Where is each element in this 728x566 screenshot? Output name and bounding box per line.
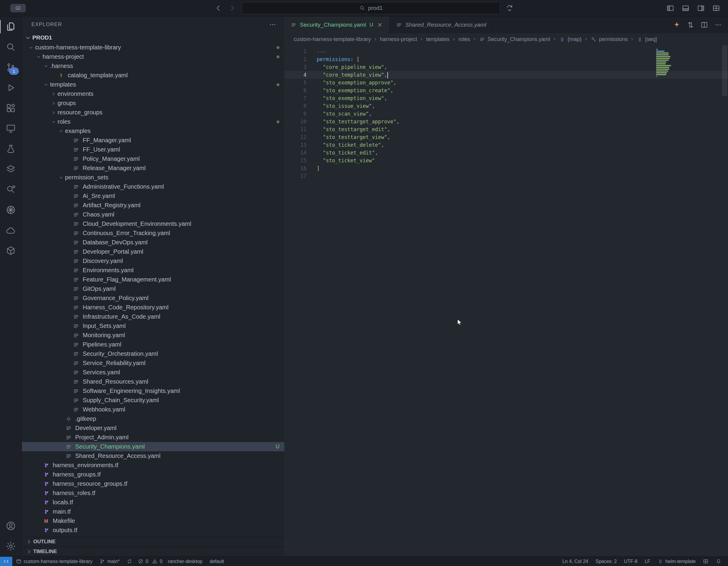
tree-folder-roles[interactable]: roles bbox=[22, 117, 284, 126]
tree-file-infrastructure-as-code-yaml[interactable]: Infrastructure_As_Code.yaml bbox=[22, 312, 284, 321]
tree-file-chaos-yaml[interactable]: Chaos.yaml bbox=[22, 210, 284, 219]
status-cursor-position[interactable]: Ln 4, Col 24 bbox=[559, 557, 592, 566]
tree-file-input-sets-yaml[interactable]: Input_Sets.yaml bbox=[22, 321, 284, 330]
activity-account[interactable] bbox=[0, 516, 22, 536]
tree-file-ff-manager-yaml[interactable]: FF_Manager.yaml bbox=[22, 136, 284, 145]
nav-back-icon[interactable] bbox=[214, 4, 223, 12]
breadcrumb-permissions[interactable]: permissions bbox=[590, 36, 629, 43]
activity-settings-gear[interactable] bbox=[0, 536, 22, 556]
panel-left-icon[interactable] bbox=[666, 4, 674, 12]
tree-file-security-orchestration-yaml[interactable]: Security_Orchestration.yaml bbox=[22, 349, 284, 358]
tree-file-webhooks-yaml[interactable]: Webhooks.yaml bbox=[22, 405, 284, 414]
code-line-10[interactable]: 10 "sto_testtarget_approve", bbox=[284, 118, 728, 126]
code-line-14[interactable]: 14 "sto_ticket_edit", bbox=[284, 149, 728, 157]
tree-file-discovery-yaml[interactable]: Discovery.yaml bbox=[22, 256, 284, 266]
activity-source-control[interactable]: 1 bbox=[0, 57, 22, 78]
code-line-17[interactable]: 17 bbox=[284, 172, 728, 180]
breadcrumb-seq[interactable]: [][seq] bbox=[636, 36, 658, 43]
tree-file-gitkeep[interactable]: .gitkeep bbox=[22, 414, 284, 423]
sync-dropdown-icon[interactable] bbox=[505, 4, 514, 12]
tree-file-release-manager-yaml[interactable]: Release_Manager.yaml bbox=[22, 164, 284, 173]
tree-file-outputs-tf[interactable]: outputs.tf bbox=[22, 526, 284, 535]
tree-file-shared-resources-yaml[interactable]: Shared_Resources.yaml bbox=[22, 377, 284, 386]
code-line-15[interactable]: 15 "sto_ticket_view" bbox=[284, 157, 728, 165]
status-eol[interactable]: LF bbox=[641, 557, 654, 566]
sidebar-section-timeline[interactable]: TIMELINE bbox=[22, 547, 284, 556]
tree-file-security-champions-yaml[interactable]: Security_Champions.yamlU bbox=[22, 442, 284, 451]
more-actions-icon[interactable] bbox=[269, 21, 277, 28]
status-indentation[interactable]: Spaces: 2 bbox=[592, 557, 620, 566]
tree-file-supply-chain-security-yaml[interactable]: Supply_Chain_Security.yaml bbox=[22, 396, 284, 405]
tree-file-monitoring-yaml[interactable]: Monitoring.yaml bbox=[22, 330, 284, 340]
tree-file-main-tf[interactable]: main.tf bbox=[22, 507, 284, 516]
activity-package[interactable] bbox=[0, 241, 22, 261]
layout-grid-icon[interactable] bbox=[712, 4, 720, 12]
activity-extensions[interactable] bbox=[0, 98, 22, 118]
activity-beaker[interactable] bbox=[0, 139, 22, 159]
tree-folder-groups[interactable]: groups bbox=[22, 99, 284, 108]
code-line-11[interactable]: 11 "sto_testtarget_edit", bbox=[284, 126, 728, 133]
close-icon[interactable] bbox=[376, 21, 383, 28]
more-icon[interactable] bbox=[714, 21, 722, 29]
code-area[interactable]: 1---2permissions: [3 "core_pipeline_view… bbox=[284, 45, 728, 556]
command-center-search[interactable]: prod1 bbox=[242, 2, 500, 14]
activity-cloud[interactable] bbox=[0, 220, 22, 241]
activity-layers[interactable] bbox=[0, 159, 22, 179]
tree-file-harness-code-repository-yaml[interactable]: Harness_Code_Repository.yaml bbox=[22, 303, 284, 312]
tree-file-ai-sre-yaml[interactable]: Ai_Sre.yaml bbox=[22, 191, 284, 201]
tree-file-continuous-error-tracking-yaml[interactable]: Continuous_Error_Tracking.yaml bbox=[22, 229, 284, 238]
split-editor-icon[interactable] bbox=[700, 21, 708, 29]
nav-forward-icon[interactable] bbox=[228, 4, 236, 12]
status-notifications[interactable] bbox=[712, 557, 725, 566]
tree-file-software-engineering-insights-yaml[interactable]: Software_Engineering_Insights.yaml bbox=[22, 386, 284, 396]
tree-file-database-devops-yaml[interactable]: Database_DevOps.yaml bbox=[22, 238, 284, 247]
code-line-7[interactable]: 7 "sto_exemption_view", bbox=[284, 94, 728, 102]
status-rancher-desktop[interactable]: rancher-desktop bbox=[164, 557, 206, 566]
tree-file-locals-tf[interactable]: locals.tf bbox=[22, 498, 284, 507]
tree-file-service-reliability-yaml[interactable]: Service_Reliability.yaml bbox=[22, 358, 284, 368]
tree-file-ff-user-yaml[interactable]: FF_User.yaml bbox=[22, 145, 284, 154]
code-line-13[interactable]: 13 "sto_ticket_delete", bbox=[284, 141, 728, 149]
breadcrumb-map[interactable]: {}{map} bbox=[558, 36, 582, 43]
tree-folder-custom-harness-template-library[interactable]: custom-harness-template-library bbox=[22, 43, 284, 52]
compare-icon[interactable] bbox=[687, 21, 694, 29]
code-line-8[interactable]: 8 "sto_issue_view", bbox=[284, 102, 728, 110]
tree-file-makefile[interactable]: MMakefile bbox=[22, 516, 284, 526]
editor-scrollbar[interactable] bbox=[722, 45, 727, 96]
app-menu-button[interactable] bbox=[10, 4, 26, 12]
minimap[interactable] bbox=[656, 49, 692, 79]
code-line-12[interactable]: 12 "sto_testtarget_view", bbox=[284, 133, 728, 141]
tree-file-harness-resource-groups-tf[interactable]: harness_resource_groups.tf bbox=[22, 479, 284, 488]
panel-right-icon[interactable] bbox=[697, 4, 705, 12]
tree-folder-examples[interactable]: examples bbox=[22, 126, 284, 136]
activity-search-gear[interactable] bbox=[0, 179, 22, 200]
status-language-mode[interactable]: {}helm-template bbox=[654, 557, 699, 566]
tree-file-environments-yaml[interactable]: Environments.yaml bbox=[22, 266, 284, 275]
panel-bottom-icon[interactable] bbox=[682, 4, 690, 12]
tree-folder-environments[interactable]: environments bbox=[22, 89, 284, 99]
tree-file-gitops-yaml[interactable]: GitOps.yaml bbox=[22, 284, 284, 293]
tree-folder-permission-sets[interactable]: permission_sets bbox=[22, 173, 284, 182]
tree-folder-harness[interactable]: .harness bbox=[22, 61, 284, 71]
tree-file-pipelines-yaml[interactable]: Pipelines.yaml bbox=[22, 340, 284, 349]
activity-remote-explorer[interactable] bbox=[0, 118, 22, 139]
tree-folder-resource-groups[interactable]: resource_groups bbox=[22, 108, 284, 117]
tab-security-champions-yaml[interactable]: Security_Champions.yamlU bbox=[284, 16, 390, 33]
code-line-9[interactable]: 9 "sto_scan_view", bbox=[284, 110, 728, 118]
breadcrumb-security-champions-yaml[interactable]: Security_Champions.yaml bbox=[478, 36, 551, 43]
status-warnings[interactable]: 0 bbox=[150, 557, 164, 566]
tree-file-shared-resource-access-yaml[interactable]: Shared_Resource_Access.yaml bbox=[22, 451, 284, 461]
tree-file-artifact-registry-yaml[interactable]: Artifact_Registry.yaml bbox=[22, 201, 284, 210]
tree-file-project-admin-yaml[interactable]: Project_Admin.yaml bbox=[22, 433, 284, 442]
code-line-16[interactable]: 16] bbox=[284, 165, 728, 172]
status-editor-layout[interactable] bbox=[699, 557, 712, 566]
tree-file-cloud-development-environments-yaml[interactable]: Cloud_Development_Environments.yaml bbox=[22, 219, 284, 229]
code-line-5[interactable]: 5 "sto_exemption_approve", bbox=[284, 79, 728, 87]
code-line-6[interactable]: 6 "sto_exemption_create", bbox=[284, 87, 728, 94]
tree-file-administrative-functions-yaml[interactable]: Administrative_Functions.yaml bbox=[22, 182, 284, 191]
tree-file-feature-flag-management-yaml[interactable]: Feature_Flag_Management.yaml bbox=[22, 275, 284, 284]
breadcrumb-harness-project[interactable]: harness-project bbox=[379, 36, 418, 43]
workspace-root[interactable]: PROD1 bbox=[22, 33, 284, 43]
sparkle-icon[interactable] bbox=[673, 21, 681, 29]
activity-search[interactable] bbox=[0, 37, 22, 57]
